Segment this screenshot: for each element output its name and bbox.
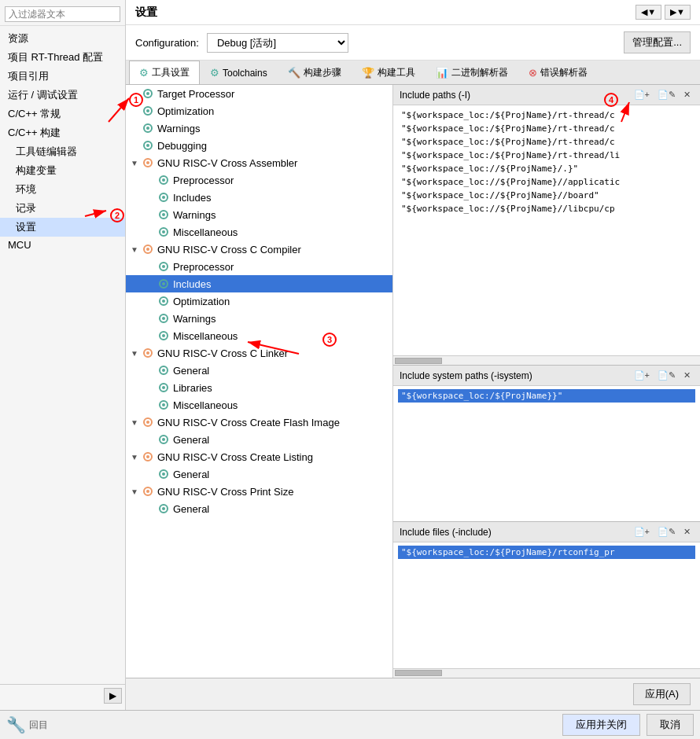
sidebar-expand-btn[interactable]: ▶ (104, 688, 122, 704)
sidebar: 资源项目 RT-Thread 配置项目引用运行 / 调试设置C/C++ 常规C/… (0, 0, 126, 710)
include-path-item[interactable]: "${workspace_loc:/${ProjName}/rt-thread/… (398, 108, 695, 122)
apply-close-btn[interactable]: 应用并关闭 (562, 714, 640, 736)
include-files-hscroll-thumb[interactable] (395, 670, 442, 676)
sidebar-item[interactable]: 项目 RT-Thread 配置 (0, 48, 125, 67)
tree-item[interactable]: Preprocessor (126, 171, 392, 189)
tree-item[interactable]: Includes (126, 189, 392, 206)
tree-item[interactable]: Includes (126, 275, 392, 292)
include-system-actions: 📄+ 📄✎ ✕ (631, 369, 694, 382)
apply-btn[interactable]: 应用(A) (633, 683, 691, 705)
include-path-item[interactable]: "${workspace_loc://${ProjName}//board" (398, 189, 695, 202)
tab-工具设置[interactable]: ⚙工具设置 (129, 61, 200, 84)
sidebar-item[interactable]: 项目引用 (0, 67, 125, 86)
nav-back-btn[interactable]: ◀▼ (636, 5, 661, 20)
tree-item[interactable]: Optimization (126, 292, 392, 310)
tree-item-label: GNU RISC-V Cross Create Flash Image (157, 417, 340, 428)
sidebar-item[interactable]: MCU (0, 237, 125, 253)
config-label: Configuration: (135, 37, 199, 49)
tree-item-icon (157, 208, 170, 221)
sidebar-item[interactable]: 资源 (0, 29, 125, 48)
tab-构建步骤[interactable]: 🔨构建步骤 (278, 61, 352, 84)
tree-item[interactable]: Warnings (126, 206, 392, 223)
tree-item[interactable]: General (126, 431, 392, 448)
tree-item[interactable]: General (126, 465, 392, 483)
tree-item[interactable]: General (126, 362, 392, 379)
tree-item[interactable]: Libraries (126, 379, 392, 396)
include-files-header: Include files (-include) 📄+ 📄✎ ✕ (393, 522, 700, 542)
include-file-item[interactable]: "${workspace_loc:/${ProjName}/rtconfig_p… (398, 546, 695, 559)
svg-point-41 (162, 438, 165, 441)
nav-fwd-btn[interactable]: ▶▼ (665, 5, 691, 20)
tab-错误解析器[interactable]: ⊗错误解析器 (518, 61, 598, 84)
svg-point-49 (162, 507, 165, 510)
sidebar-item[interactable]: 设置 (0, 218, 125, 237)
include-files-edit-btn[interactable]: 📄✎ (654, 525, 679, 539)
tree-item[interactable]: Target Processor (126, 85, 392, 102)
sidebar-item[interactable]: 运行 / 调试设置 (0, 86, 125, 105)
include-system-edit-btn[interactable]: 📄✎ (654, 369, 679, 382)
tree-item[interactable]: ▼ GNU RISC-V Cross Assembler (126, 154, 392, 171)
tabs-bar: ⚙工具设置⚙Toolchains🔨构建步骤🏆构建工具📊二进制解析器⊗错误解析器 (126, 61, 700, 85)
tree-item-icon (157, 502, 170, 515)
include-system-section: Include system paths (-isystem) 📄+ 📄✎ ✕ … (393, 366, 700, 522)
tab-构建工具[interactable]: 🏆构建工具 (352, 61, 426, 84)
include-paths-add-btn[interactable]: 📄+ (631, 88, 653, 101)
include-paths-hscroll[interactable] (393, 355, 700, 365)
svg-point-3 (146, 109, 149, 112)
include-path-item[interactable]: "${workspace_loc:/${ProjName}/rt-thread/… (398, 135, 695, 149)
sidebar-item[interactable]: 工具链编辑器 (0, 142, 125, 161)
tree-item[interactable]: ▼ GNU RISC-V Cross Create Flash Image (126, 414, 392, 431)
tab-label: 构建步骤 (304, 66, 341, 79)
sidebar-item[interactable]: C/C++ 常规 (0, 105, 125, 123)
tree-item[interactable]: Miscellaneous (126, 396, 392, 414)
include-path-item[interactable]: "${workspace_loc:/${ProjName}/rt-thread/… (398, 149, 695, 162)
tree-item[interactable]: ▼ GNU RISC-V Cross Create Listing (126, 448, 392, 465)
include-system-add-btn[interactable]: 📄+ (631, 369, 653, 382)
tree-item[interactable]: ▼ GNU RISC-V Cross C Compiler (126, 241, 392, 258)
tab-label: 工具设置 (152, 66, 190, 79)
tree-item-label: Includes (173, 278, 211, 290)
tree-expand-icon: ▼ (131, 159, 142, 167)
tab-Toolchains[interactable]: ⚙Toolchains (200, 61, 278, 83)
config-manage-btn[interactable]: 管理配置... (624, 31, 691, 53)
svg-point-37 (162, 403, 165, 406)
include-system-del-btn[interactable]: ✕ (680, 369, 694, 382)
tree-item[interactable]: Preprocessor (126, 258, 392, 275)
include-paths-edit-btn[interactable]: 📄✎ (654, 88, 679, 101)
tree-item[interactable]: General (126, 500, 392, 517)
include-files-actions: 📄+ 📄✎ ✕ (631, 525, 694, 539)
include-path-item[interactable]: "${workspace_loc:/${ProjName}/rt-thread/… (398, 122, 695, 135)
include-files-add-btn[interactable]: 📄+ (631, 525, 653, 539)
include-path-item[interactable]: "${workspace_loc://${ProjName}/.}" (398, 162, 695, 175)
svg-point-27 (162, 317, 165, 320)
sidebar-item[interactable]: 构建变量 (0, 161, 125, 180)
include-files-del-btn[interactable]: ✕ (680, 525, 694, 539)
tab-二进制解析器[interactable]: 📊二进制解析器 (426, 61, 518, 84)
include-paths-del-btn[interactable]: ✕ (680, 88, 694, 101)
include-path-item[interactable]: "${workspace_loc://${ProjName}//applicat… (398, 175, 695, 189)
tree-item[interactable]: Miscellaneous (126, 223, 392, 241)
tree-item[interactable]: Warnings (126, 119, 392, 137)
tree-item-icon (157, 381, 170, 394)
include-files-hscroll[interactable] (393, 668, 700, 678)
include-system-item[interactable]: "${workspace_loc:/${ProjName}}" (398, 389, 695, 403)
sidebar-item[interactable]: C/C++ 构建 (0, 123, 125, 142)
tree-item-label: Includes (173, 192, 211, 204)
tree-item[interactable]: Optimization (126, 102, 392, 119)
sidebar-filter-input[interactable] (5, 6, 120, 22)
sidebar-item[interactable]: 环境 (0, 180, 125, 199)
tree-item[interactable]: Debugging (126, 137, 392, 154)
cancel-btn[interactable]: 取消 (647, 714, 694, 736)
config-select[interactable]: Debug [活动] (207, 33, 348, 53)
include-path-item[interactable]: "${workspace_loc://${ProjName}//libcpu/c… (398, 202, 695, 215)
include-paths-hscroll-thumb[interactable] (395, 358, 442, 364)
svg-point-5 (146, 127, 149, 130)
tree-item[interactable]: Miscellaneous (126, 327, 392, 344)
sidebar-bottom: ▶ (0, 684, 125, 707)
svg-point-1 (146, 92, 149, 95)
tree-item[interactable]: ▼ GNU RISC-V Cross Print Size (126, 483, 392, 500)
tree-item[interactable]: Warnings (126, 310, 392, 327)
sidebar-item[interactable]: 记录 (0, 199, 125, 218)
tree-item[interactable]: ▼ GNU RISC-V Cross C Linker (126, 344, 392, 362)
svg-point-13 (162, 196, 165, 199)
